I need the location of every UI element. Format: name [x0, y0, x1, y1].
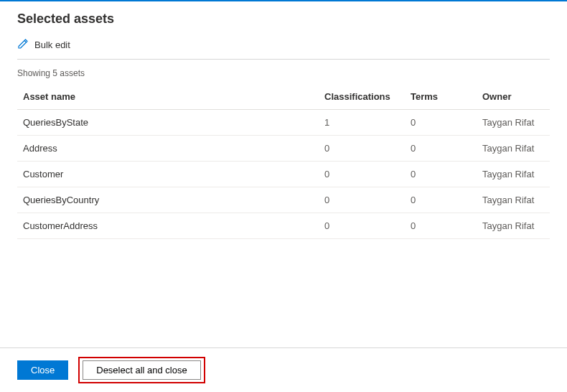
cell-asset-name: CustomerAddress	[17, 213, 319, 239]
deselect-all-button[interactable]: Deselect all and close	[83, 360, 200, 380]
cell-owner: Taygan Rifat	[477, 110, 550, 136]
cell-classifications: 0	[319, 162, 405, 187]
col-owner[interactable]: Owner	[477, 84, 550, 110]
col-classifications[interactable]: Classifications	[319, 84, 405, 110]
cell-classifications: 0	[319, 213, 405, 239]
footer: Close Deselect all and close	[0, 347, 567, 392]
bulk-edit-button[interactable]: Bulk edit	[17, 38, 70, 52]
page-title: Selected assets	[17, 11, 550, 27]
cell-asset-name: Customer	[17, 162, 319, 187]
assets-table: Asset name Classifications Terms Owner Q…	[17, 84, 550, 239]
table-row[interactable]: Customer00Taygan Rifat	[17, 162, 550, 187]
col-asset-name[interactable]: Asset name	[17, 84, 319, 110]
cell-asset-name: QueriesByState	[17, 110, 319, 136]
table-row[interactable]: Address00Taygan Rifat	[17, 136, 550, 162]
cell-owner: Taygan Rifat	[477, 213, 550, 239]
pencil-icon	[17, 38, 29, 52]
cell-asset-name: QueriesByCountry	[17, 187, 319, 213]
bulk-edit-label: Bulk edit	[34, 39, 70, 50]
table-header-row: Asset name Classifications Terms Owner	[17, 84, 550, 110]
toolbar: Bulk edit	[17, 34, 550, 60]
cell-terms: 0	[405, 187, 477, 213]
results-count: Showing 5 assets	[17, 68, 550, 78]
cell-classifications[interactable]: 1	[319, 110, 405, 136]
cell-terms: 0	[405, 136, 477, 162]
table-row[interactable]: QueriesByState10Taygan Rifat	[17, 110, 550, 136]
cell-classifications: 0	[319, 187, 405, 213]
table-row[interactable]: QueriesByCountry00Taygan Rifat	[17, 187, 550, 213]
cell-asset-name: Address	[17, 136, 319, 162]
cell-terms: 0	[405, 213, 477, 239]
cell-terms: 0	[405, 110, 477, 136]
cell-owner: Taygan Rifat	[477, 162, 550, 187]
cell-owner: Taygan Rifat	[477, 136, 550, 162]
col-terms[interactable]: Terms	[405, 84, 477, 110]
deselect-highlight: Deselect all and close	[78, 357, 205, 383]
table-row[interactable]: CustomerAddress00Taygan Rifat	[17, 213, 550, 239]
close-button[interactable]: Close	[17, 360, 68, 380]
cell-terms: 0	[405, 162, 477, 187]
cell-owner: Taygan Rifat	[477, 187, 550, 213]
cell-classifications: 0	[319, 136, 405, 162]
